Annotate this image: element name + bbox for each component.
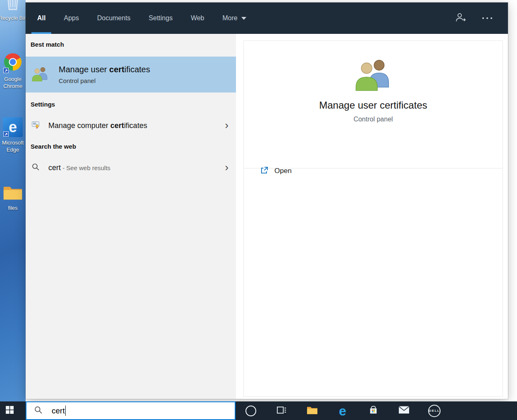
tab-label: Web: [191, 14, 205, 22]
desktop-icon-label: Recycle Bin: [0, 14, 26, 21]
edge-icon: e: [339, 404, 346, 418]
file-explorer-button[interactable]: [297, 401, 327, 420]
chevron-right-icon[interactable]: ›: [225, 120, 229, 131]
file-explorer-icon: [307, 406, 318, 416]
start-button[interactable]: [0, 401, 19, 420]
preview-pane: Manage user certificates Control panel O…: [243, 40, 503, 397]
chevron-right-icon[interactable]: ›: [225, 162, 229, 173]
tab-all[interactable]: All: [31, 2, 51, 34]
result-label: cert - See web results: [48, 164, 110, 172]
taskbar-search-box[interactable]: cert: [26, 401, 236, 420]
account-icon[interactable]: [455, 12, 467, 24]
microsoft-store-button[interactable]: [358, 401, 388, 420]
tab-label: All: [37, 14, 45, 22]
web-section-header: Search the web: [31, 143, 76, 150]
result-label: Manage computer certificates: [48, 121, 147, 130]
header-actions: [455, 2, 508, 34]
user-certificates-icon-large: [244, 57, 503, 93]
dell-button[interactable]: DELL: [419, 401, 450, 420]
shortcut-arrow-icon: [3, 68, 9, 73]
search-flyout-window: All Apps Documents Settings Web More: [26, 2, 508, 399]
task-view-icon: [276, 405, 287, 417]
certificate-icon: [31, 121, 40, 131]
desktop-icon-label: files: [0, 204, 26, 211]
search-icon: [31, 163, 40, 173]
settings-section-header: Settings: [31, 101, 55, 108]
best-match-result[interactable]: Manage user certificates Control panel: [26, 57, 236, 93]
dell-icon: DELL: [428, 405, 441, 417]
search-header: All Apps Documents Settings Web More: [26, 2, 508, 34]
task-view-button[interactable]: [266, 401, 297, 420]
windows-logo-icon: [6, 406, 14, 415]
recycle-bin-icon: [5, 0, 21, 12]
text-cursor: [65, 406, 66, 416]
tab-label: Documents: [97, 14, 131, 22]
best-match-subtitle: Control panel: [59, 77, 150, 84]
edge-icon: e: [3, 117, 23, 137]
search-input-value[interactable]: cert: [52, 406, 65, 415]
user-certificates-icon: [31, 66, 49, 83]
edge-button[interactable]: e: [327, 401, 358, 420]
tab-settings[interactable]: Settings: [143, 2, 179, 34]
preview-header: Manage user certificates Control panel: [244, 57, 503, 168]
mail-icon: [398, 406, 410, 416]
tab-more[interactable]: More: [217, 2, 252, 34]
desktop-icon-files-folder[interactable]: files: [0, 184, 26, 211]
shortcut-arrow-icon: [3, 131, 9, 137]
search-icon: [34, 406, 43, 416]
open-icon: [260, 166, 269, 176]
chevron-down-icon: [241, 17, 246, 20]
tab-web[interactable]: Web: [185, 2, 210, 34]
desktop-icon-label: Microsoft Edge: [0, 139, 26, 153]
tab-label: Apps: [64, 14, 79, 22]
desktop-background: Recycle Bin Google Chrome e Microsoft Ed…: [0, 0, 26, 401]
tab-label: More: [222, 14, 237, 22]
result-manage-computer-certificates[interactable]: Manage computer certificates ›: [26, 114, 236, 137]
preview-subtitle: Control panel: [244, 116, 503, 123]
dell-label: DELL: [429, 409, 440, 413]
best-match-title: Manage user certificates: [59, 65, 150, 74]
desktop-icon-google-chrome[interactable]: Google Chrome: [0, 52, 26, 90]
result-web-search[interactable]: cert - See web results ›: [26, 156, 236, 179]
ellipsis-menu-icon[interactable]: [482, 17, 492, 19]
desktop-icon-recycle-bin[interactable]: Recycle Bin: [0, 0, 26, 21]
taskbar-icons: e D: [236, 401, 450, 420]
search-results-panel: Best match Manage user certificates Cont…: [26, 34, 236, 399]
folder-icon: [3, 184, 23, 202]
store-icon: [368, 405, 379, 417]
cortana-button[interactable]: [236, 401, 266, 420]
chrome-icon: [3, 52, 23, 74]
cortana-icon: [245, 406, 256, 416]
best-match-header: Best match: [31, 41, 64, 48]
tab-apps[interactable]: Apps: [58, 2, 84, 34]
mail-button[interactable]: [388, 401, 419, 420]
taskbar: cert e: [0, 401, 517, 420]
open-action[interactable]: Open: [244, 161, 503, 180]
open-label: Open: [274, 167, 292, 175]
tab-label: Settings: [149, 14, 173, 22]
tab-documents[interactable]: Documents: [91, 2, 136, 34]
desktop-icon-microsoft-edge[interactable]: e Microsoft Edge: [0, 117, 26, 153]
preview-title: Manage user certificates: [244, 100, 503, 111]
best-match-text: Manage user certificates Control panel: [59, 65, 150, 84]
desktop-icon-label: Google Chrome: [0, 76, 26, 90]
